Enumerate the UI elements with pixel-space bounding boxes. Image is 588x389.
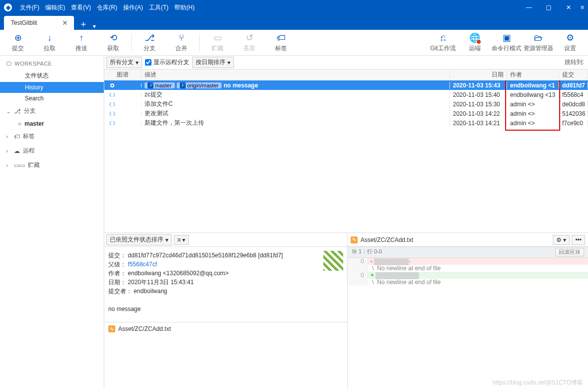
menu-view[interactable]: 查看(V) (68, 3, 94, 12)
menu-help[interactable]: 帮助(H) (171, 3, 198, 12)
minimize-button[interactable]: — (519, 4, 539, 11)
show-remote-checkbox[interactable]: 显示远程分支 (145, 58, 189, 67)
graph-cell (104, 112, 142, 116)
tab-label: TestGitblit (11, 19, 37, 26)
sidebar-section-贮藏[interactable]: ›▭▭贮藏 (0, 158, 104, 172)
branch-tag[interactable]: 𝓥master (145, 82, 175, 88)
new-tab-button[interactable]: ＋ (79, 18, 88, 30)
toolbar-提交-button[interactable]: ⊕提交 (2, 31, 34, 55)
chevron-icon: › (6, 162, 11, 169)
branch-filter-dropdown[interactable]: 所有分支▾ (106, 57, 142, 68)
toolbar-命令行模式-button[interactable]: ▣命令行模式 (491, 31, 522, 55)
tabbar: TestGitblit ✕ ＋ ▾ (0, 15, 588, 30)
col-author[interactable]: 作者 (507, 71, 559, 79)
toolbar-资源管理器-button[interactable]: 🗁资源管理器 (522, 31, 554, 55)
changed-file-item[interactable]: ✎ Asset/ZC/ZCAdd.txt (107, 325, 344, 332)
commit-row[interactable]: 更改测试2020-11-03 14:22admin <>5142036 (104, 109, 588, 118)
获取-icon: ⟲ (110, 32, 117, 43)
revert-hunk-button[interactable]: 回滚区块 (555, 248, 584, 256)
toolbar-远端-button[interactable]: 🌐远端 (459, 31, 491, 55)
commit-author: endboilwang <1 (507, 82, 559, 89)
toolbar-设置-button[interactable]: ⚙设置 (554, 31, 586, 55)
远端-icon: 🌐 (469, 32, 480, 43)
close-button[interactable]: ✕ (559, 4, 579, 11)
标签-icon: 🏷 (277, 33, 286, 43)
menu-edit[interactable]: 编辑(E) (42, 3, 68, 12)
menu-tools[interactable]: 工具(T) (146, 3, 171, 12)
toolbar-拉取-button[interactable]: ↓拉取 (34, 31, 66, 55)
section-icon: ▭▭ (14, 162, 25, 169)
branch-badge-icon: 𝓥 (147, 82, 153, 88)
jump-to-label: 跳转到: (565, 58, 584, 67)
col-commit[interactable]: 提交 (559, 71, 588, 79)
sort-dropdown[interactable]: 按日期排序▾ (192, 57, 234, 68)
commit-dot-icon (110, 121, 114, 125)
丢弃-icon: ↺ (246, 32, 253, 43)
Git工作流-icon: ⎌ (441, 33, 446, 43)
sidebar-item-search[interactable]: Search (0, 93, 104, 104)
diff-file-path: Asset/ZC/ZCAdd.txt (361, 236, 413, 243)
sidebar-item-history[interactable]: History (0, 82, 104, 93)
toolbar-推送-button[interactable]: ↑推送 (66, 31, 97, 55)
monitor-icon: 🖵 (6, 61, 12, 67)
sidebar-item-文件状态[interactable]: 文件状态 (0, 70, 104, 82)
menu-action[interactable]: 操作(A) (120, 3, 146, 12)
hamburger-icon[interactable]: ≡ (581, 4, 584, 11)
tab-close-icon[interactable]: ✕ (62, 19, 68, 27)
toolbar-标签-button[interactable]: 🏷标签 (265, 31, 297, 55)
commit-row[interactable]: 添加文件C2020-11-03 15:30admin <>de0dcd8 (104, 99, 588, 109)
hunk-header: 块 1：行 0-0 回滚区块 (348, 247, 588, 258)
commit-description: 新建文件，第一次上传 (142, 119, 450, 127)
col-desc[interactable]: 描述 (142, 71, 450, 79)
graph-cell (104, 121, 142, 125)
toolbar-分支-button[interactable]: ⎇分支 (134, 31, 165, 55)
sidebar-section-标签[interactable]: ›🏷标签 (0, 129, 104, 144)
commit-row[interactable]: 新建文件，第一次上传2020-11-03 14:21admin <>f7ce9c… (104, 118, 588, 128)
commit-list[interactable]: 𝓥master 𝓥origin/master no message2020-11… (104, 80, 588, 233)
commit-author: admin <> (507, 120, 559, 127)
commit-hash: 5142036 (559, 110, 588, 117)
diff-settings-button[interactable]: ⚙ ▾ (553, 235, 570, 245)
设置-icon: ⚙ (566, 32, 574, 43)
menu-file[interactable]: 文件(F) (17, 3, 42, 12)
toolbar-丢弃-button[interactable]: ↺丢弃 (233, 31, 265, 55)
filter-bar: 所有分支▾ 显示远程分支 按日期排序▾ 跳转到: (104, 56, 588, 70)
commit-row[interactable]: 𝓥master 𝓥origin/master no message2020-11… (104, 80, 588, 90)
file-sort-dropdown[interactable]: 已依照文件状态排序▾ (106, 234, 172, 245)
col-date[interactable]: 日期 (450, 71, 507, 79)
repo-tab[interactable]: TestGitblit ✕ (4, 16, 74, 30)
branch-tag[interactable]: 𝓥origin/master (177, 82, 222, 88)
commit-date: 2020-11-03 15:43 (450, 82, 507, 89)
commit-hash: dd81fd7 (559, 82, 588, 89)
col-graph[interactable]: 图谱 (104, 71, 142, 79)
diff-more-button[interactable]: ••• (572, 235, 585, 245)
commit-date: 2020-11-03 15:30 (450, 101, 507, 108)
chevron-icon: › (6, 148, 11, 155)
toolbar-贮藏-button[interactable]: ▭贮藏 (202, 31, 233, 55)
sidebar-section-远程[interactable]: ›☁远程 (0, 144, 104, 158)
commit-hash: f5568c4 (559, 91, 588, 98)
commit-row[interactable]: zc提交2020-11-03 15:40endboilwang <13f5568… (104, 90, 588, 99)
命令行模式-icon: ▣ (503, 32, 511, 43)
file-view-dropdown[interactable]: ≡ ▾ (174, 235, 189, 245)
toolbar-获取-button[interactable]: ⟲获取 (97, 31, 129, 55)
menu-repo[interactable]: 仓库(R) (94, 3, 120, 12)
toolbar-合并-button[interactable]: ⑂合并 (165, 31, 197, 55)
commit-date: 2020-11-03 14:21 (450, 120, 507, 127)
tab-dropdown[interactable]: ▾ (93, 23, 96, 30)
commit-dot-icon (110, 102, 114, 106)
workspace-header[interactable]: 🖵 WORKSPACE (0, 58, 104, 70)
commit-table-header: 图谱 描述 日期 作者 提交 (104, 70, 588, 80)
graph-cell (104, 102, 142, 106)
commit-dot-icon (110, 93, 114, 97)
maximize-button[interactable]: ▢ (539, 4, 559, 11)
贮藏-icon: ▭ (214, 32, 222, 43)
sidebar-section-分支[interactable]: ⌄⎇分支 (0, 104, 104, 118)
toolbar-Git工作流-button[interactable]: ⎌Git工作流 (427, 31, 459, 55)
branch-item-master[interactable]: ○master (0, 118, 104, 129)
commit-author: admin <> (507, 110, 559, 117)
parent-link[interactable]: f5568c47cf (128, 261, 157, 268)
推送-icon: ↑ (79, 33, 84, 43)
app-logo: ◆ (4, 3, 12, 11)
diff-content[interactable]: 0▓▓▓▓▓▓▓▓· \ No newline at end of file 0… (348, 258, 588, 286)
